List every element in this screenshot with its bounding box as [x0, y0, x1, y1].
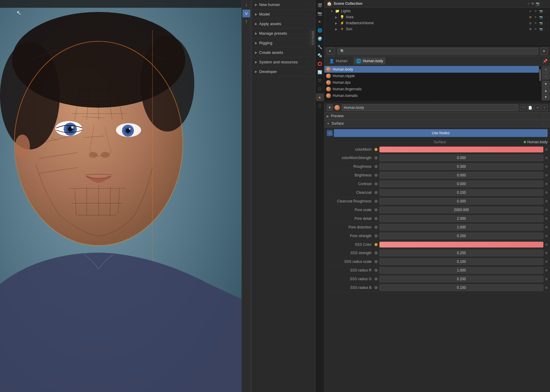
prop-dot-sss-radius-b[interactable] [375, 286, 378, 289]
use-nodes-button[interactable]: Use Nodes [334, 129, 548, 137]
material-list-item-0[interactable]: Human.body [324, 66, 539, 73]
prop-end-sss-radius-r[interactable] [545, 269, 548, 271]
sun-eye-icon[interactable]: 👁 [533, 27, 538, 31]
prop-dot-sss-color[interactable] [375, 243, 378, 246]
outliner-sun-row[interactable]: ▶ ☀ Sun ⚙ 👁 📷 ⋮⋮ [324, 26, 550, 32]
outliner-area-row[interactable]: ▶ 💡 Area ⚙ 👁 📷 ⋮⋮ [324, 14, 550, 20]
prop-dot-sss-radius-g[interactable] [375, 277, 378, 280]
props-dropdown-btn[interactable]: ▼ [540, 48, 548, 55]
unlink-material-icon[interactable]: ✕ [534, 105, 540, 111]
material-list-item-3[interactable]: Human.fingernails [324, 86, 539, 92]
sun-camera-icon[interactable]: 📷 [539, 27, 543, 31]
properties-scroll-area[interactable]: ▶ Preview ⋮⋮ ▼ Surface ⋮⋮ ⬡ Use Nodes Su… [324, 112, 550, 392]
prop-value-sss-color[interactable] [379, 242, 543, 248]
prop-end-clearcoat-roughness[interactable] [545, 200, 548, 202]
object-props-icon[interactable]: 🔧 [316, 43, 324, 51]
3d-viewport[interactable]: ↖ [0, 0, 242, 392]
material-options-icon[interactable]: ▽ [542, 105, 548, 111]
expand-sun-icon[interactable]: ▶ [335, 28, 339, 31]
prop-end-sss-radius-b[interactable] [545, 286, 548, 289]
prop-value-pore-strength[interactable]: 0.200 [379, 233, 543, 239]
material-props-icon[interactable]: ● [316, 93, 324, 101]
prop-value-brightness[interactable]: 0.000 [379, 172, 543, 179]
prop-value-contrast[interactable]: 0.000 [379, 181, 543, 187]
irr-camera-icon[interactable]: 📷 [539, 21, 543, 25]
tab-human[interactable]: 👤 Human [327, 57, 350, 65]
props-menu-btn[interactable]: ▼ [327, 48, 335, 55]
preview-section-header[interactable]: ▶ Preview ⋮⋮ [324, 112, 550, 120]
prop-end-sss-radius-scale[interactable] [545, 260, 548, 263]
material-name-input[interactable] [342, 104, 518, 111]
view-layer-props-icon[interactable]: 👁 [316, 18, 324, 26]
prop-value-roughness[interactable]: 0.300 [379, 163, 543, 170]
remove-material-button[interactable]: − [542, 73, 549, 79]
prop-dot-clearcoat-roughness[interactable] [375, 200, 378, 203]
tool-view-btn[interactable]: V [242, 10, 250, 17]
prop-value-pore-detail[interactable]: 2.000 [379, 215, 543, 222]
prop-end-roughness[interactable] [545, 165, 548, 168]
copy-material-icon[interactable]: 📄 [527, 105, 533, 111]
tool-item-btn[interactable]: I [242, 1, 250, 9]
prop-end-pore-detail[interactable] [545, 217, 548, 220]
prop-end-colorMixIn[interactable] [545, 148, 548, 151]
prop-value-pore-scale[interactable]: 2000.000 [379, 207, 543, 213]
outliner-lights-row[interactable]: ▼ 📁 Lights ✓ 👁 📷 ⋮⋮ [324, 8, 550, 14]
prop-dot-sss-strength[interactable] [375, 251, 378, 254]
add-material-button[interactable]: + [542, 67, 549, 73]
lights-check-icon[interactable]: ✓ [528, 9, 533, 13]
render-props-icon[interactable]: 🎬 [316, 1, 324, 9]
menu-item-developer[interactable]: ▶ Developer ⋮⋮ [251, 67, 315, 77]
material-list-item-4[interactable]: Human.toenails [324, 92, 539, 99]
expand-lights-icon[interactable]: ▼ [330, 10, 334, 13]
object-data-props-icon[interactable]: ⬡ [316, 85, 324, 93]
prop-end-pore-distortion[interactable] [545, 226, 548, 228]
lights-eye-icon[interactable]: 👁 [533, 9, 538, 13]
prop-dot-pore-strength[interactable] [375, 234, 378, 237]
prop-end-clearcoat[interactable] [545, 191, 548, 194]
scene-props-icon[interactable]: 🌐 [316, 26, 324, 34]
prop-end-sss-radius-g[interactable] [545, 278, 548, 280]
expand-irradiance-icon[interactable]: ▶ [335, 22, 339, 25]
world-props-icon[interactable]: 🌍 [316, 35, 324, 42]
surface-section-header[interactable]: ▼ Surface ⋮⋮ [324, 120, 550, 127]
menu-item-create-assets[interactable]: ▶ Create assets ⋮⋮ [251, 48, 315, 57]
output-props-icon[interactable]: 📷 [316, 10, 324, 17]
prop-value-sss-radius-g[interactable]: 0.200 [379, 276, 543, 282]
prop-value-colorMixIn[interactable] [379, 147, 543, 152]
prop-end-pore-strength[interactable] [545, 235, 548, 237]
prop-dot-pore-scale[interactable] [375, 208, 378, 211]
material-list-item-2[interactable]: Human.lips [324, 79, 539, 86]
irr-eye-icon[interactable]: 👁 [533, 21, 538, 25]
menu-item-rigging[interactable]: ▶ Rigging ⋮⋮ [251, 38, 315, 48]
menu-item-system-resources[interactable]: ▶ System and resources ⋮⋮ [251, 57, 315, 67]
prop-dot-pore-distortion[interactable] [375, 226, 378, 229]
menu-item-new-human[interactable]: ▶ New human ⋮⋮ [251, 0, 315, 10]
shield-icon[interactable]: 🛡 [520, 105, 526, 111]
prop-value-sss-radius-r[interactable]: 1.000 [379, 267, 543, 274]
prop-dot-brightness[interactable] [375, 174, 378, 177]
physics-props-icon[interactable]: 🔄 [316, 68, 324, 76]
modifier-props-icon[interactable]: 🔩 [316, 51, 324, 59]
menu-item-manage-presets[interactable]: ▶ Manage presets ⋮⋮ [251, 29, 315, 38]
prop-value-clearcoat-roughness[interactable]: 0.300 [379, 198, 543, 205]
area-special-icon[interactable]: ⚙ [528, 15, 533, 19]
prop-value-sss-radius-scale[interactable]: 0.100 [379, 258, 543, 265]
lights-extra-icon[interactable]: ⋮⋮ [544, 9, 549, 13]
prop-value-sss-strength[interactable]: 0.200 [379, 250, 543, 256]
prop-end-pore-scale[interactable] [545, 209, 548, 211]
particles-props-icon[interactable]: ⭕ [316, 60, 324, 68]
prop-dot-sss-radius-r[interactable] [375, 269, 378, 272]
texture-props-icon[interactable]: ░ [316, 102, 324, 109]
prop-dot-contrast[interactable] [375, 182, 378, 185]
material-list-scrollbar[interactable] [539, 66, 541, 101]
prop-dot-sss-radius-scale[interactable] [375, 260, 378, 263]
tab-human-body[interactable]: 🌐 Human.body [354, 57, 386, 65]
material-scroll-btn[interactable]: ▼ [542, 94, 549, 100]
prop-end-contrast[interactable] [545, 183, 548, 185]
prop-value-clearcoat[interactable]: 0.100 [379, 189, 543, 196]
lights-camera-icon[interactable]: 📷 [539, 9, 543, 13]
prop-dot-roughness[interactable] [375, 165, 378, 168]
area-camera-icon[interactable]: 📷 [539, 15, 543, 19]
material-up-btn[interactable]: ▲ [542, 88, 549, 94]
prop-dot-pore-detail[interactable] [375, 217, 378, 220]
